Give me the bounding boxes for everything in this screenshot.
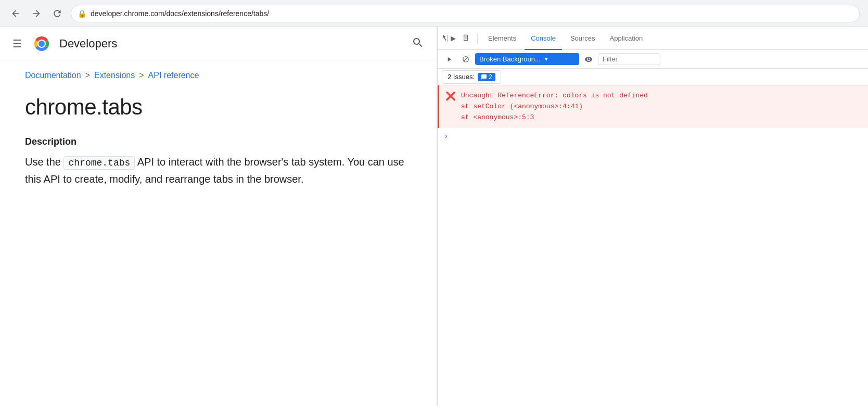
back-button[interactable] (8, 6, 23, 21)
browser-toolbar: 🔒 developer.chrome.com/docs/extensions/r… (0, 0, 868, 27)
issues-count: 2 (489, 73, 492, 81)
tab-console[interactable]: Console (525, 27, 562, 50)
context-selector-text: Broken Backgroun... (479, 55, 541, 63)
chevron-right-icon: › (444, 132, 448, 141)
chrome-logo (30, 32, 53, 55)
error-main-message: Uncaught ReferenceError: colors is not d… (461, 91, 648, 102)
console-error-message: ❌ Uncaught ReferenceError: colors is not… (438, 85, 868, 128)
issues-label: 2 Issues: (448, 73, 475, 81)
error-text: Uncaught ReferenceError: colors is not d… (461, 91, 648, 123)
site-header: ☰ Developers (0, 27, 437, 60)
svg-point-6 (465, 41, 466, 41)
block-button[interactable] (458, 52, 473, 67)
chevron-down-icon: ▼ (544, 56, 549, 62)
website-panel: ☰ Developers (0, 27, 437, 406)
description-text: Use the chrome.tabs API to interact with… (25, 154, 412, 187)
console-run-button[interactable] (442, 52, 456, 67)
breadcrumb-sep-1: > (85, 71, 90, 80)
breadcrumb-item-documentation[interactable]: Documentation (25, 71, 81, 80)
toolbar-separator-1 (477, 33, 478, 44)
inspect-element-button[interactable]: ▶ (442, 31, 456, 46)
page-content: chrome.tabs Description Use the chrome.t… (0, 91, 437, 208)
context-selector[interactable]: Broken Backgroun... ▼ (475, 53, 579, 65)
reload-button[interactable] (50, 6, 65, 21)
filter-input[interactable] (598, 53, 660, 65)
devtools-toolbar: ▶ Elements Console Sources Applic (438, 27, 868, 50)
main-area: ☰ Developers (0, 27, 868, 406)
code-inline: chrome.tabs (63, 156, 135, 170)
tab-application[interactable]: Application (604, 27, 649, 50)
svg-rect-5 (465, 35, 467, 39)
error-stack-line1: at setColor (<anonymous>:4:41) (461, 102, 648, 112)
forward-button[interactable] (29, 6, 44, 21)
live-expression-button[interactable] (581, 52, 596, 67)
breadcrumb-sep-2: > (139, 71, 144, 80)
address-bar[interactable]: 🔒 developer.chrome.com/docs/extensions/r… (71, 5, 860, 22)
console-prompt[interactable]: › (438, 128, 868, 145)
lock-icon: 🔒 (78, 9, 86, 18)
hamburger-menu[interactable]: ☰ (12, 37, 22, 50)
search-button[interactable] (412, 36, 424, 50)
breadcrumb-item-extensions[interactable]: Extensions (94, 71, 135, 80)
breadcrumb: Documentation > Extensions > API referen… (0, 60, 437, 91)
site-title: Developers (59, 37, 117, 50)
page-title: chrome.tabs (25, 95, 412, 120)
issues-bar: 2 Issues: 2 (438, 69, 868, 85)
desc-part1: Use the (25, 156, 63, 168)
svg-point-2 (39, 41, 45, 47)
svg-rect-3 (447, 35, 448, 42)
devtools-toolbar2: Broken Backgroun... ▼ (438, 50, 868, 69)
error-stack-line2: at <anonymous>:5:3 (461, 112, 648, 123)
console-output: ❌ Uncaught ReferenceError: colors is not… (438, 85, 868, 406)
tab-sources[interactable]: Sources (564, 27, 602, 50)
issues-button[interactable]: 2 Issues: 2 (442, 70, 501, 84)
error-icon: ❌ (445, 91, 456, 123)
issues-badge: 2 (478, 73, 495, 81)
breadcrumb-item-api-reference[interactable]: API reference (148, 71, 199, 80)
url-text: developer.chrome.com/docs/extensions/ref… (91, 9, 269, 18)
section-label: Description (25, 136, 412, 147)
device-toolbar-button[interactable] (458, 31, 473, 46)
tab-elements[interactable]: Elements (482, 27, 522, 50)
devtools-panel: ▶ Elements Console Sources Applic (437, 27, 868, 406)
